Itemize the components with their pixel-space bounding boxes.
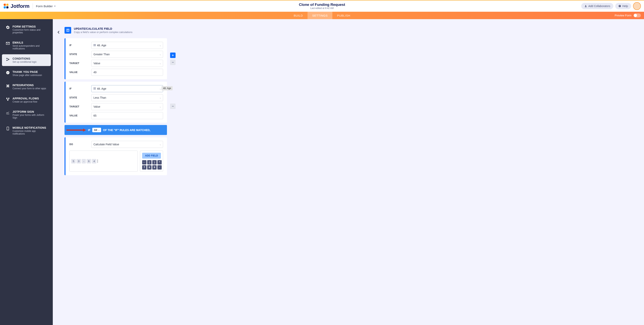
avatar[interactable] [633, 2, 641, 10]
sidebar-item-approval-flows[interactable]: APPROVAL FLOWSCreate an approval flow [2, 94, 51, 106]
panel-sub: Copy a field's value or perform complex … [74, 31, 132, 33]
branch-icon [6, 57, 10, 61]
sidebar-item-title: FORM SETTINGS [12, 25, 47, 28]
svg-point-7 [6, 58, 8, 59]
svg-rect-27 [95, 45, 96, 46]
svg-point-10 [6, 71, 10, 74]
logo[interactable]: Jotform [3, 3, 30, 9]
if-label: IF [70, 87, 91, 90]
body: FORM SETTINGSCustomize form status and p… [0, 19, 644, 325]
tab-build[interactable]: BUILD [289, 12, 308, 19]
tab-publish[interactable]: PUBLISH [332, 12, 355, 19]
calc-chip[interactable]: 6 [86, 159, 91, 163]
value-input[interactable] [94, 71, 161, 74]
add-collaborators-button[interactable]: Add Collaborators [581, 3, 613, 9]
calc-chip[interactable]: 5 [71, 159, 76, 163]
value-label: VALUE [70, 114, 91, 117]
help-button[interactable]: ? Help [615, 3, 631, 9]
svg-point-21 [67, 31, 68, 31]
last-edited: Last edited at 8:42 AM [299, 7, 345, 9]
if-field-value: 48. Age [97, 44, 106, 47]
sidebar-item-thank-you[interactable]: THANK YOU PAGEShow page after submission [2, 68, 51, 79]
sidebar-item-sub: Show page after submission [12, 74, 42, 76]
key-9[interactable]: 9 [152, 165, 156, 170]
svg-rect-0 [4, 3, 6, 6]
condition-card-1: + − IF 48. Age ⌵ STATE Greater Than ⌵ TA… [64, 38, 167, 79]
tab-bar: BUILD SETTINGS PUBLISH Preview Form [0, 12, 644, 19]
add-field-button[interactable]: ADD FIELD [142, 153, 161, 159]
sidebar-item-mobile-notifications[interactable]: MOBILE NOTIFICATIONSCustomize mobile app… [2, 123, 51, 138]
sidebar-item-emails[interactable]: EMAILSSend autoresponders and notificati… [2, 38, 51, 53]
state-select[interactable]: Greater Than ⌵ [91, 51, 163, 58]
sidebar-item-jotform-sign[interactable]: JOTFORM SIGNPower your forms with Jotfor… [2, 107, 51, 122]
right-actions: Add Collaborators ? Help [581, 2, 641, 10]
remove-condition-button[interactable]: − [170, 103, 176, 109]
main-panel: UPDATE/CALCULATE FIELD Copy a field's va… [53, 19, 644, 325]
form-builder-dropdown[interactable]: Form Builder ▼ [36, 4, 56, 8]
state-value: Less Than [94, 96, 106, 99]
key-minus[interactable]: - [158, 165, 162, 170]
mobile-icon [6, 127, 10, 130]
key-8[interactable]: 8 [147, 165, 152, 170]
back-button[interactable] [56, 29, 60, 36]
svg-marker-33 [83, 128, 86, 132]
calc-chip[interactable]: 4 [92, 159, 96, 163]
sidebar-item-form-settings[interactable]: FORM SETTINGSCustomize form status and p… [2, 22, 51, 37]
preview-toggle[interactable] [634, 13, 641, 17]
calc-chip[interactable]: 0 [76, 159, 81, 163]
form-title[interactable]: Clone of Funding Request [299, 2, 345, 7]
match-all-value: All [94, 128, 97, 131]
sidebar-item-sub: Set up conditional logic [12, 60, 36, 63]
field-icon [94, 87, 96, 90]
svg-rect-29 [95, 87, 96, 88]
svg-point-9 [8, 59, 10, 60]
calc-chip[interactable]: - [82, 159, 86, 163]
chevron-down-icon: ⌵ [160, 97, 161, 99]
state-value: Greater Than [94, 53, 110, 56]
target-value: Value [94, 105, 100, 108]
match-bar: IF All ⌵ OF THE "IF" RULES ARE MATCHED, [64, 125, 167, 135]
target-select[interactable]: Value ⌵ [91, 103, 163, 110]
target-label: TARGET [70, 105, 91, 108]
chevron-down-icon: ⌵ [160, 53, 161, 55]
value-input-wrap[interactable] [91, 112, 163, 119]
value-label: VALUE [70, 71, 91, 74]
target-select[interactable]: Value ⌵ [91, 60, 163, 67]
calculation-area[interactable]: 5 0 - 6 4 [70, 151, 138, 172]
key-close-paren[interactable]: ) [152, 160, 156, 164]
sidebar-item-title: INTEGRATIONS [12, 84, 46, 87]
if-field-select[interactable]: 48. Age ⌵ [91, 42, 163, 49]
chevron-down-icon: ⌵ [160, 106, 161, 108]
tab-settings[interactable]: SETTINGS [308, 12, 332, 19]
sidebar-item-conditions[interactable]: CONDITIONSSet up conditional logic [2, 54, 51, 66]
state-select[interactable]: Less Than ⌵ [91, 94, 163, 101]
preview-label: Preview Form [615, 14, 632, 17]
sidebar-item-integrations[interactable]: INTEGRATIONSConnect your form to other a… [2, 81, 51, 93]
panel-header: UPDATE/CALCULATE FIELD Copy a field's va… [64, 27, 632, 33]
key-back[interactable]: ← [142, 160, 146, 164]
key-open-paren[interactable]: ( [147, 160, 152, 164]
key-multiply[interactable]: * [158, 160, 162, 164]
sign-icon [6, 111, 10, 114]
sidebar-item-sub: Power your forms with Jotform Sign [12, 114, 47, 119]
puzzle-icon [6, 84, 10, 88]
condition-card-2: − IF 48. Age ⌵ 48. Age STATE Less Than ⌵… [64, 82, 167, 123]
help-label: Help [622, 4, 628, 7]
do-label: DO [70, 143, 91, 146]
svg-rect-30 [94, 89, 94, 89]
state-label: STATE [70, 96, 91, 99]
key-7[interactable]: 7 [142, 165, 146, 170]
svg-point-18 [67, 30, 68, 31]
value-input[interactable] [94, 114, 161, 117]
svg-rect-31 [95, 89, 96, 89]
add-condition-button[interactable]: + [170, 52, 176, 58]
value-input-wrap[interactable] [91, 69, 163, 76]
if-field-select[interactable]: 48. Age ⌵ 48. Age [91, 85, 163, 92]
match-if-label: IF [88, 128, 90, 132]
match-all-select[interactable]: All ⌵ [92, 128, 101, 132]
do-action-select[interactable]: Calculate Field Value ⌵ [91, 141, 163, 148]
sidebar-item-title: JOTFORM SIGN [12, 110, 47, 113]
logo-icon [3, 3, 9, 9]
svg-point-15 [8, 129, 8, 130]
remove-condition-button[interactable]: − [170, 59, 176, 65]
